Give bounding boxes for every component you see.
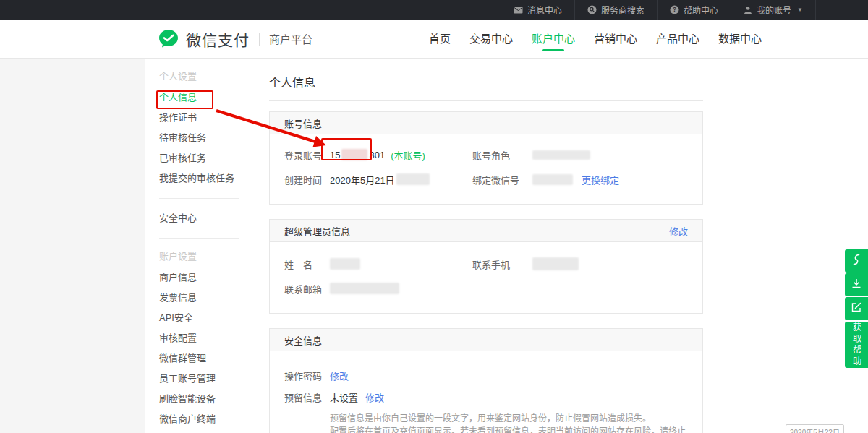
- sidebar-item-invoice-info[interactable]: 发票信息: [145, 288, 250, 308]
- get-help-button[interactable]: 获取帮助: [845, 322, 868, 368]
- account-info-section: 账号信息 登录账号 15 301 (本账号): [269, 111, 703, 205]
- nav-marketing-center[interactable]: 营销中心: [589, 20, 642, 58]
- account-row-1: 登录账号 15 301 (本账号) 账号角色: [284, 147, 688, 162]
- admin-row-1: 姓 名 联系手机: [284, 257, 688, 271]
- brand-portal: 商户平台: [269, 31, 312, 46]
- redacted-created-tail: [396, 173, 430, 185]
- reserved-info-edit-link[interactable]: 修改: [365, 390, 384, 404]
- sidebar-item-reviewed-tasks[interactable]: 已审核任务: [145, 148, 250, 168]
- admin-row-2: 联系邮箱: [284, 281, 688, 296]
- account-row-2: 创建时间 2020年5月21日 绑定微信号 更换绑定: [284, 172, 688, 187]
- service-provider-search-label: 服务商搜索: [601, 4, 644, 16]
- account-role-label: 账号角色: [472, 148, 532, 162]
- redacted-name: [330, 258, 360, 270]
- sidebar-item-security-center[interactable]: 安全中心: [145, 208, 250, 228]
- main-nav: 首页 交易中心 账户中心 营销中心 产品中心 数据中心: [424, 20, 767, 58]
- redacted-email: [330, 283, 399, 294]
- user-icon: [744, 6, 752, 14]
- svg-text:?: ?: [673, 6, 676, 13]
- sidebar-divider: [159, 198, 239, 199]
- search-icon: [587, 5, 597, 14]
- brand-name: 微信支付: [186, 28, 250, 50]
- message-icon: [514, 7, 523, 14]
- sidebar-section-personal-settings: 个人设置: [159, 70, 250, 83]
- message-center-menu[interactable]: 消息中心: [501, 0, 574, 20]
- bound-wechat-label: 绑定微信号: [472, 173, 532, 187]
- operation-password-edit-link[interactable]: 修改: [330, 369, 349, 382]
- redacted-phone: [532, 257, 579, 270]
- super-admin-header: 超级管理员信息 修改: [270, 220, 702, 242]
- my-account-menu[interactable]: 我的账号 ▼: [731, 0, 816, 20]
- sidebar-item-wechat-merchant-terminal[interactable]: 微信商户终端: [145, 409, 250, 429]
- sidebar-item-review-config[interactable]: 审核配置: [145, 328, 250, 348]
- created-time-label: 创建时间: [284, 173, 330, 187]
- reserved-info-row: 预留信息 未设置 修改: [284, 390, 688, 403]
- sidebar-item-api-security[interactable]: API安全: [145, 308, 250, 328]
- contact-email-label: 联系邮箱: [284, 282, 330, 296]
- created-time-value: 2020年5月21日: [330, 173, 430, 187]
- download-icon: [851, 278, 862, 292]
- sidebar-item-operation-certificate[interactable]: 操作证书: [145, 108, 250, 128]
- security-info-header: 安全信息: [270, 329, 702, 351]
- sidebar-item-pending-review-tasks[interactable]: 待审核任务: [145, 128, 250, 148]
- my-account-label: 我的账号: [757, 4, 791, 16]
- rebind-link[interactable]: 更换绑定: [582, 173, 619, 187]
- super-admin-section: 超级管理员信息 修改 姓 名 联系手机: [269, 219, 703, 314]
- nav-product-center[interactable]: 产品中心: [651, 20, 705, 58]
- help-center-menu[interactable]: ? 帮助中心: [657, 0, 731, 20]
- security-info-title: 安全信息: [284, 333, 322, 347]
- operation-password-row: 操作密码 修改: [284, 369, 688, 382]
- redacted-account-role: [532, 150, 590, 160]
- header: 微信支付 商户平台 首页 交易中心 账户中心 营销中心 产品中心 数据中心: [0, 20, 868, 59]
- message-center-label: 消息中心: [527, 4, 562, 16]
- account-info-header: 账号信息: [270, 112, 702, 134]
- hotline-link-button[interactable]: [845, 249, 868, 273]
- this-account-tag: (本账号): [391, 148, 425, 162]
- login-account-prefix: 15: [330, 150, 340, 160]
- login-account-value: 15 301: [330, 149, 385, 160]
- nav-home[interactable]: 首页: [424, 20, 456, 58]
- reserved-info-label: 预留信息: [284, 390, 330, 404]
- redacted-wechat-id: [532, 174, 573, 185]
- name-label: 姓 名: [284, 257, 330, 271]
- chevron-down-icon: ▼: [797, 7, 803, 13]
- main-content: 个人信息 账号信息 登录账号 15 301: [251, 59, 868, 433]
- feedback-button[interactable]: [845, 297, 868, 320]
- sidebar-item-my-submitted-tasks[interactable]: 我提交的审核任务: [145, 168, 250, 189]
- operation-password-label: 操作密码: [284, 369, 330, 382]
- nav-data-center[interactable]: 数据中心: [713, 20, 767, 58]
- login-account-suffix: 301: [369, 150, 385, 160]
- float-help-widget: 获取帮助: [845, 249, 868, 368]
- security-info-section: 安全信息 操作密码 修改 预留信息 未设置 修改 预留信息是由你自己设置的一段文…: [269, 328, 703, 433]
- sidebar-item-face-smart-device[interactable]: 刷脸智能设备: [145, 389, 250, 409]
- nav-account-center[interactable]: 账户中心: [527, 20, 580, 58]
- brand-divider: [259, 33, 260, 46]
- sidebar-item-wechat-group-management[interactable]: 微信群管理: [145, 348, 250, 369]
- download-button[interactable]: [845, 273, 868, 296]
- topbar-items: 消息中心 服务商搜索 ? 帮助中心 我的账号 ▼: [501, 0, 816, 20]
- sidebar-item-staff-account-management[interactable]: 员工账号管理: [145, 369, 250, 389]
- wechat-pay-logo-icon: [158, 28, 179, 50]
- sidebar: 个人设置 个人信息 操作证书 待审核任务 已审核任务 我提交的审核任务 安全中心…: [145, 59, 250, 433]
- topbar: 消息中心 服务商搜索 ? 帮助中心 我的账号 ▼: [0, 0, 868, 20]
- page-title: 个人信息: [269, 73, 703, 101]
- service-provider-search-menu[interactable]: 服务商搜索: [574, 0, 657, 20]
- help-center-label: 帮助中心: [684, 4, 718, 16]
- link-icon: [851, 253, 862, 269]
- redacted-login-middle: [341, 149, 367, 160]
- description-line: 配置后将在首页及充值页面显示。若未看到预留信息，表明当前访问的网站存在风险，请终…: [330, 425, 688, 433]
- super-admin-title: 超级管理员信息: [284, 224, 350, 238]
- reserved-info-value: 未设置: [330, 390, 358, 404]
- reserved-info-description: 预留信息是由你自己设置的一段文字，用来鉴定网站身份，防止假冒网站造成损失。 配置…: [330, 412, 688, 433]
- sidebar-item-merchant-info[interactable]: 商户信息: [145, 267, 250, 288]
- nav-transaction-center[interactable]: 交易中心: [464, 20, 518, 58]
- created-time-text: 2020年5月21日: [330, 173, 395, 187]
- left-gray-strip: [0, 59, 145, 433]
- edit-icon: [851, 301, 862, 316]
- login-account-label: 登录账号: [284, 148, 330, 162]
- account-info-title: 账号信息: [284, 116, 322, 130]
- sidebar-section-account-settings: 账户设置: [159, 250, 250, 263]
- super-admin-edit-link[interactable]: 修改: [669, 224, 688, 238]
- sidebar-item-personal-info[interactable]: 个人信息: [145, 87, 250, 108]
- contact-phone-label: 联系手机: [472, 257, 532, 271]
